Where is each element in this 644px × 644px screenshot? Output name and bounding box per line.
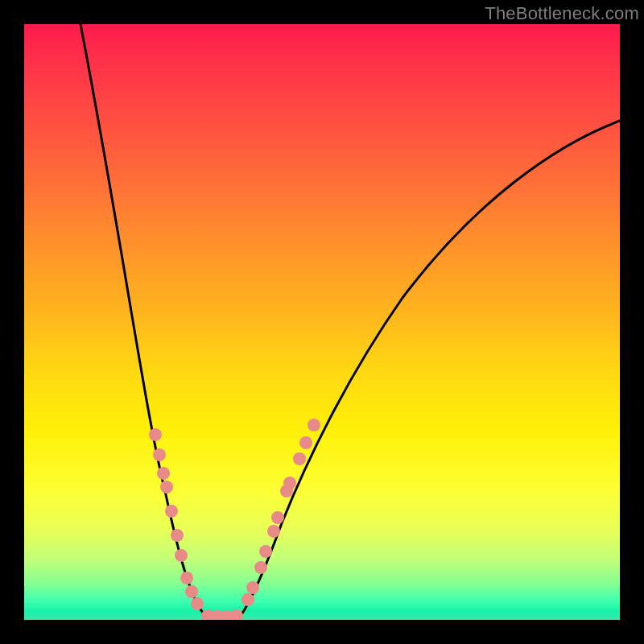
data-marker xyxy=(153,448,166,461)
data-marker xyxy=(271,511,284,524)
data-marker xyxy=(180,572,193,584)
data-marker xyxy=(230,609,243,620)
data-marker xyxy=(191,597,204,610)
data-marker xyxy=(171,529,184,542)
data-marker xyxy=(246,581,259,594)
data-marker xyxy=(293,452,306,465)
data-marker xyxy=(283,477,296,489)
data-marker xyxy=(185,585,198,598)
data-marker xyxy=(160,481,173,493)
data-marker xyxy=(242,593,254,606)
curve-markers xyxy=(149,419,320,620)
curve-paths xyxy=(80,24,620,617)
data-marker xyxy=(299,436,312,449)
data-marker xyxy=(259,545,272,558)
data-marker xyxy=(175,549,188,562)
data-marker xyxy=(308,419,320,431)
data-marker xyxy=(165,505,178,518)
data-marker xyxy=(149,428,162,441)
bottleneck-curve-right xyxy=(240,121,620,617)
plot-area xyxy=(24,24,620,620)
data-marker xyxy=(254,561,267,574)
bottleneck-curve-left xyxy=(80,24,209,617)
curve-layer xyxy=(24,24,620,620)
data-marker xyxy=(267,525,280,538)
chart-frame: TheBottleneck.com xyxy=(0,0,644,644)
watermark-text: TheBottleneck.com xyxy=(485,3,639,24)
data-marker xyxy=(157,467,170,480)
